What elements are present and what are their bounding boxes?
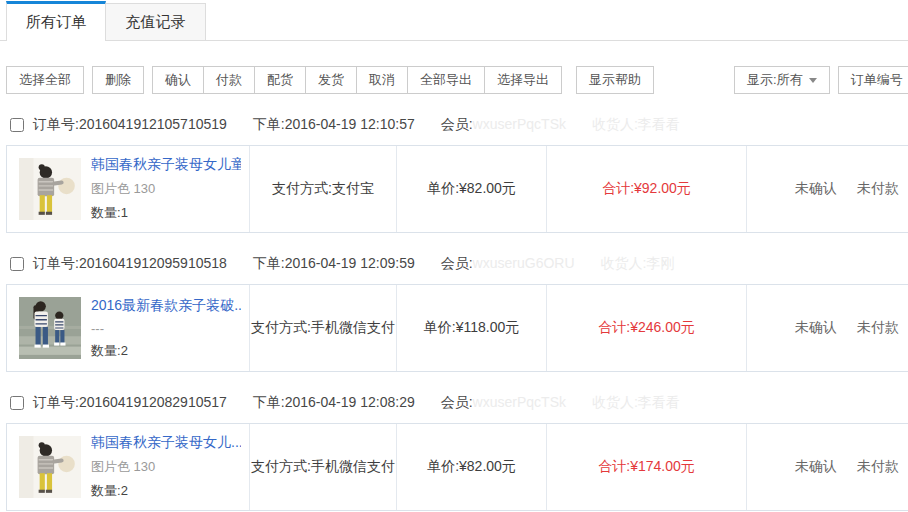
order-header: 订单号:2016041912095910518 下单:2016-04-19 12… xyxy=(0,251,908,277)
show-filter-dropdown[interactable]: 显示:所有 xyxy=(734,66,830,94)
order-placed-time: 下单:2016-04-19 12:10:57 xyxy=(253,116,415,134)
order-card: 韩国春秋亲子装母女儿童... 图片色 130 数量:1 支付方式:支付宝 单价:… xyxy=(6,145,908,233)
total-cell: 合计:¥174.00元 xyxy=(546,424,746,510)
product-cell: 韩国春秋亲子装母女儿童... 图片色 130 数量:1 xyxy=(7,146,249,232)
status-unconfirmed: 未确认 xyxy=(795,458,837,476)
product-quantity: 数量:2 xyxy=(91,482,241,500)
order-card: 韩国春秋亲子装母女儿... 图片色 130 数量:2 支付方式:手机微信支付 单… xyxy=(6,423,908,511)
delete-button[interactable]: 删除 xyxy=(92,66,144,94)
tab-all-orders-label: 所有订单 xyxy=(26,13,86,32)
total-cell: 合计:¥246.00元 xyxy=(546,285,746,371)
status-unpaid: 未付款 xyxy=(857,458,899,476)
status-cell: 未确认 未付款 未发货 xyxy=(746,424,908,510)
show-filter-label: 显示:所有 xyxy=(747,71,803,89)
order-header: 订单号:2016041912105710519 下单:2016-04-19 12… xyxy=(0,112,908,138)
order-consignee: 收货人:李看看 xyxy=(592,394,680,412)
order-member: 会员:wxuserPqcTSk xyxy=(441,394,566,412)
unit-price-cell: 单价:¥118.00元 xyxy=(396,285,546,371)
tab-recharge-records[interactable]: 充值记录 xyxy=(106,3,206,40)
show-help-button[interactable]: 显示帮助 xyxy=(576,66,654,94)
product-info: 韩国春秋亲子装母女儿童... 图片色 130 数量:1 xyxy=(91,156,241,222)
order-block: 订单号:2016041912082910517 下单:2016-04-19 12… xyxy=(0,390,908,511)
payment-cell: 支付方式:手机微信支付 xyxy=(249,285,396,371)
order-block: 订单号:2016041912095910518 下单:2016-04-19 12… xyxy=(0,251,908,372)
export-selected-button[interactable]: 选择导出 xyxy=(484,66,562,94)
order-placed-time: 下单:2016-04-19 12:09:59 xyxy=(253,255,415,273)
product-variant: 图片色 130 xyxy=(91,458,241,476)
toolbar-right: 显示:所有 订单编号 xyxy=(734,66,908,94)
total-cell: 合计:¥92.00元 xyxy=(546,146,746,232)
status-unconfirmed: 未确认 xyxy=(795,180,837,198)
product-variant: --- xyxy=(91,321,241,336)
status-unpaid: 未付款 xyxy=(857,319,899,337)
order-management-page: 所有订单 充值记录 选择全部 删除 确认 付款 配货 发货 取消 全部导出 选择… xyxy=(0,0,908,512)
order-card: 2016最新春款亲子装破... --- 数量:2 支付方式:手机微信支付 单价:… xyxy=(6,284,908,372)
order-checkbox[interactable] xyxy=(10,118,24,132)
product-photo-child-yellow-pants xyxy=(19,158,81,220)
status-cell: 未确认 未付款 未发货 xyxy=(746,285,908,371)
confirm-button[interactable]: 确认 xyxy=(152,66,204,94)
chevron-down-icon xyxy=(809,78,817,83)
tab-bar: 所有订单 充值记录 xyxy=(0,0,908,41)
pay-button[interactable]: 付款 xyxy=(203,66,255,94)
tab-recharge-records-label: 充值记录 xyxy=(126,13,186,32)
product-title-link[interactable]: 韩国春秋亲子装母女儿童... xyxy=(91,156,241,174)
product-cell: 2016最新春款亲子装破... --- 数量:2 xyxy=(7,285,249,371)
product-quantity: 数量:2 xyxy=(91,342,241,360)
order-number: 订单号:2016041912082910517 xyxy=(33,394,227,412)
order-placed-time: 下单:2016-04-19 12:08:29 xyxy=(253,394,415,412)
product-photo-mother-daughter-steps xyxy=(19,297,81,359)
ship-button[interactable]: 发货 xyxy=(305,66,357,94)
unit-price-cell: 单价:¥82.00元 xyxy=(396,146,546,232)
select-all-button[interactable]: 选择全部 xyxy=(6,66,84,94)
product-title-link[interactable]: 韩国春秋亲子装母女儿... xyxy=(91,434,241,452)
search-type-label: 订单编号 xyxy=(851,71,903,89)
cancel-button[interactable]: 取消 xyxy=(356,66,408,94)
order-member: 会员:wxuserPqcTSk xyxy=(441,116,566,134)
order-checkbox[interactable] xyxy=(10,396,24,410)
order-consignee: 收货人:李刚 xyxy=(601,255,675,273)
order-number: 订单号:2016041912095910518 xyxy=(33,255,227,273)
product-title-link[interactable]: 2016最新春款亲子装破... xyxy=(91,297,241,315)
product-variant: 图片色 130 xyxy=(91,180,241,198)
order-consignee: 收货人:李看看 xyxy=(592,116,680,134)
status-unpaid: 未付款 xyxy=(857,180,899,198)
order-number: 订单号:2016041912105710519 xyxy=(33,116,227,134)
order-header: 订单号:2016041912082910517 下单:2016-04-19 12… xyxy=(0,390,908,416)
payment-cell: 支付方式:支付宝 xyxy=(249,146,396,232)
payment-cell: 支付方式:手机微信支付 xyxy=(249,424,396,510)
product-cell: 韩国春秋亲子装母女儿... 图片色 130 数量:2 xyxy=(7,424,249,510)
export-all-button[interactable]: 全部导出 xyxy=(407,66,485,94)
status-unconfirmed: 未确认 xyxy=(795,319,837,337)
allocate-button[interactable]: 配货 xyxy=(254,66,306,94)
product-photo-child-yellow-pants xyxy=(19,436,81,498)
unit-price-cell: 单价:¥82.00元 xyxy=(396,424,546,510)
product-quantity: 数量:1 xyxy=(91,204,241,222)
order-action-button-group: 确认 付款 配货 发货 取消 全部导出 选择导出 xyxy=(152,66,562,94)
product-info: 2016最新春款亲子装破... --- 数量:2 xyxy=(91,297,241,360)
status-cell: 未确认 未付款 未发货 xyxy=(746,146,908,232)
order-block: 订单号:2016041912105710519 下单:2016-04-19 12… xyxy=(0,112,908,233)
toolbar: 选择全部 删除 确认 付款 配货 发货 取消 全部导出 选择导出 显示帮助 显示… xyxy=(0,66,908,94)
order-member: 会员:wxuseruG6ORU xyxy=(441,255,575,273)
product-info: 韩国春秋亲子装母女儿... 图片色 130 数量:2 xyxy=(91,434,241,500)
tab-all-orders[interactable]: 所有订单 xyxy=(6,1,106,41)
order-checkbox[interactable] xyxy=(10,257,24,271)
search-type-dropdown[interactable]: 订单编号 xyxy=(838,66,908,94)
